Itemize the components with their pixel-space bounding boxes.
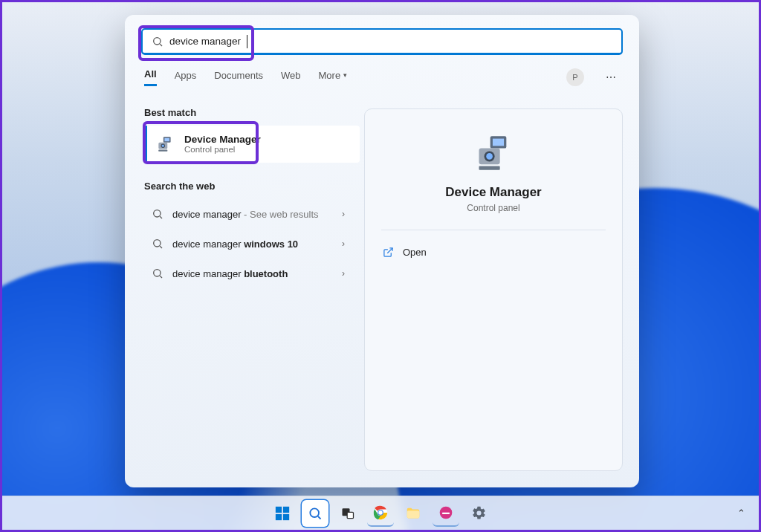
divider [381,230,606,230]
svg-line-11 [160,246,162,248]
svg-point-0 [154,37,161,44]
svg-line-13 [160,276,162,278]
chevron-right-icon: › [342,239,345,249]
svg-rect-3 [164,138,169,141]
task-view-button[interactable] [334,500,361,527]
search-icon [152,36,163,48]
svg-rect-7 [158,150,167,152]
svg-point-25 [310,508,319,517]
folder-icon [405,505,421,522]
tabs-row: All Apps Documents Web More▾ P ⋯ [125,62,639,92]
device-manager-icon [155,134,175,155]
svg-line-9 [160,216,162,218]
search-icon [308,506,323,521]
web-result-text: device manager bluetooth [172,268,288,279]
preview-title: Device Manager [445,185,541,200]
best-match-heading: Best match [144,107,354,118]
text-caret [247,35,247,48]
tab-web[interactable]: Web [281,70,301,85]
options-menu-button[interactable]: ⋯ [602,68,620,86]
explorer-button[interactable] [400,500,427,527]
app-button[interactable] [433,500,459,527]
chevron-right-icon: › [342,268,345,279]
tab-documents[interactable]: Documents [214,70,263,85]
open-label: Open [403,247,427,258]
best-match-title: Device Manager [184,134,261,146]
best-match-subtitle: Control panel [184,145,261,155]
web-result[interactable]: device manager - See web results › [144,199,352,229]
web-result-text: device manager windows 10 [172,239,298,250]
chrome-button[interactable] [367,500,394,527]
taskbar: ⌃ [2,496,759,530]
chrome-icon [372,505,389,521]
search-text: device manager [169,36,241,47]
web-result[interactable]: device manager bluetooth › [144,259,352,288]
svg-rect-15 [493,139,504,146]
svg-point-31 [378,510,383,515]
circle-app-icon [438,505,453,520]
svg-line-1 [160,44,162,46]
task-view-icon [340,506,355,521]
open-external-icon [383,247,394,258]
svg-rect-22 [283,506,289,512]
search-button[interactable] [302,500,328,527]
svg-rect-24 [283,513,289,519]
chevron-right-icon: › [342,209,345,219]
svg-rect-19 [479,166,500,169]
system-tray-expand[interactable]: ⌃ [737,507,745,519]
web-result-text: device manager - See web results [172,209,319,220]
windows-logo-icon [274,505,291,522]
search-web-heading: Search the web [144,181,354,192]
start-button[interactable] [269,500,296,527]
search-icon [152,267,163,279]
svg-point-8 [154,210,161,217]
device-manager-icon [474,133,513,172]
svg-line-20 [387,248,392,253]
search-panel: device manager All Apps Documents Web Mo… [125,15,639,487]
gear-icon [471,505,487,521]
web-result[interactable]: device manager windows 10 › [144,229,352,259]
open-action[interactable]: Open [381,244,428,261]
svg-rect-23 [276,513,282,519]
tab-more[interactable]: More▾ [319,70,348,85]
svg-point-10 [154,240,161,247]
search-icon [152,238,163,250]
result-preview-pane: Device Manager Control panel Open [364,108,623,471]
user-avatar[interactable]: P [566,68,584,86]
search-icon [152,208,163,220]
svg-rect-28 [347,512,353,518]
svg-point-12 [154,270,161,276]
tab-all[interactable]: All [144,68,157,86]
tab-apps[interactable]: Apps [175,70,197,85]
best-match-result[interactable]: Device Manager Control panel [144,126,360,163]
settings-button[interactable] [465,500,492,527]
chevron-down-icon: ▾ [343,71,347,79]
svg-point-6 [162,145,164,147]
svg-point-18 [486,153,493,160]
preview-subtitle: Control panel [467,203,519,213]
svg-line-26 [318,516,321,519]
search-input[interactable]: device manager [141,28,623,55]
svg-rect-21 [276,506,282,512]
svg-rect-32 [407,510,420,518]
